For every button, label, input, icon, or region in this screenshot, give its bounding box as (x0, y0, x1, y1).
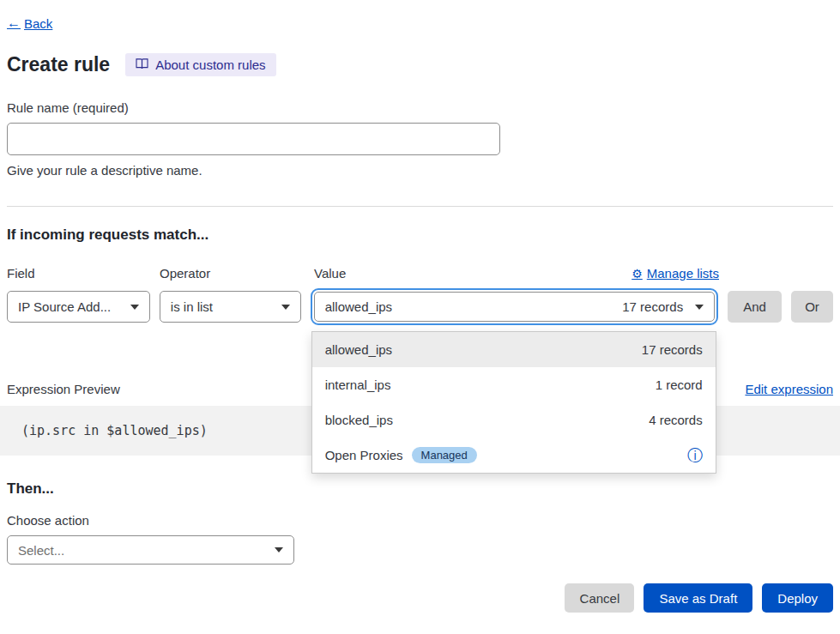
or-button[interactable]: Or (791, 291, 833, 323)
chevron-down-icon (281, 305, 290, 310)
field-select-value: IP Source Add... (18, 299, 111, 314)
section-divider (7, 206, 833, 207)
save-draft-button[interactable]: Save as Draft (644, 583, 752, 613)
value-focus-ring: allowed_ips 17 records (311, 288, 718, 325)
about-custom-rules-link[interactable]: About custom rules (125, 53, 275, 76)
value-select[interactable]: allowed_ips 17 records (314, 292, 715, 322)
value-select-records: 17 records (622, 299, 683, 314)
value-select-value: allowed_ips (325, 299, 392, 314)
list-option-allowed-ips[interactable]: allowed_ips 17 records (312, 332, 716, 367)
about-custom-rules-label: About custom rules (155, 57, 265, 72)
rule-name-helper: Give your rule a descriptive name. (7, 163, 833, 178)
back-link[interactable]: ← Back (7, 15, 52, 31)
operator-label: Operator (160, 266, 301, 281)
managed-badge: Managed (412, 447, 477, 463)
operator-select-value: is in list (171, 299, 213, 314)
gear-icon: ⚙ (632, 267, 643, 281)
value-select-wrap: allowed_ips 17 records allowed_ips 17 re… (311, 288, 718, 325)
list-option-blocked-ips[interactable]: blocked_ips 4 records (312, 402, 716, 438)
book-icon (136, 57, 148, 72)
list-option-internal-ips[interactable]: internal_ips 1 record (312, 367, 716, 402)
expression-preview-label: Expression Preview (7, 382, 120, 396)
chevron-down-icon (130, 305, 139, 310)
field-label: Field (7, 266, 150, 281)
then-heading: Then... (7, 480, 833, 498)
match-controls-row: IP Source Add... is in list allowed_ips … (7, 288, 833, 325)
chevron-down-icon (695, 305, 704, 310)
operator-select[interactable]: is in list (160, 291, 301, 323)
value-label: Value (314, 266, 346, 281)
and-button[interactable]: And (728, 291, 782, 323)
manage-lists-label: Manage lists (647, 266, 719, 281)
match-heading: If incoming requests match... (7, 226, 833, 244)
field-select[interactable]: IP Source Add... (7, 291, 150, 323)
edit-expression-link[interactable]: Edit expression (745, 382, 833, 396)
action-select[interactable]: Select... (7, 535, 294, 565)
list-dropdown: allowed_ips 17 records internal_ips 1 re… (311, 331, 716, 474)
manage-lists-link[interactable]: ⚙ Manage lists (632, 266, 719, 281)
list-option-open-proxies[interactable]: Open Proxies Managed ⓘ (312, 438, 716, 473)
footer-actions: Cancel Save as Draft Deploy (7, 583, 833, 613)
back-link-label: Back (24, 16, 52, 31)
back-arrow-icon: ← (7, 15, 21, 31)
action-select-placeholder: Select... (18, 543, 64, 558)
chevron-down-icon (275, 547, 283, 552)
choose-action-label: Choose action (7, 513, 833, 528)
deploy-button[interactable]: Deploy (762, 583, 833, 613)
expression-code: (ip.src in $allowed_ips) (21, 423, 208, 438)
create-rule-page: ← Back Create rule About custom rules Ru… (0, 0, 840, 634)
cancel-button[interactable]: Cancel (565, 583, 634, 613)
rule-name-label: Rule name (required) (7, 100, 833, 115)
info-icon[interactable]: ⓘ (687, 448, 703, 463)
rule-name-input[interactable] (7, 123, 500, 155)
title-row: Create rule About custom rules (7, 53, 833, 76)
page-title: Create rule (7, 53, 110, 76)
match-labels-row: Field Operator Value ⚙ Manage lists (7, 266, 833, 281)
